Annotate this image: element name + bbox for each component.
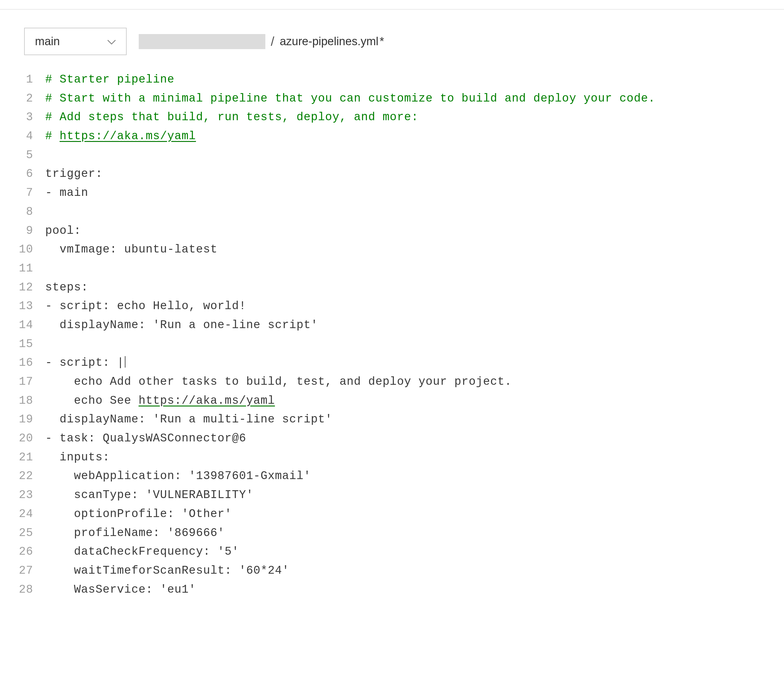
breadcrumb-repo-redacted (139, 34, 265, 49)
code-line[interactable]: 4# https://aka.ms/yaml (12, 127, 760, 146)
line-number: 21 (12, 448, 45, 467)
line-number: 3 (12, 108, 45, 127)
code-content[interactable]: optionProfile: 'Other' (45, 505, 232, 524)
code-line[interactable]: 18 echo See https://aka.ms/yaml (12, 391, 760, 411)
code-content[interactable]: # https://aka.ms/yaml (45, 127, 196, 146)
code-content[interactable]: # Add steps that build, run tests, deplo… (45, 108, 418, 127)
code-content[interactable]: scanType: 'VULNERABILITY' (45, 486, 253, 505)
code-line[interactable]: 26 dataCheckFrequency: '5' (12, 542, 760, 561)
code-content[interactable]: # Start with a minimal pipeline that you… (45, 89, 655, 108)
code-line[interactable]: 21 inputs: (12, 448, 760, 467)
code-line[interactable]: 25 profileName: '869666' (12, 524, 760, 543)
line-number: 24 (12, 505, 45, 524)
line-number: 11 (12, 259, 45, 278)
code-content[interactable]: trigger: (45, 164, 102, 184)
text-cursor (125, 356, 125, 368)
code-content[interactable]: inputs: (45, 448, 110, 467)
code-line[interactable]: 20- task: QualysWASConnector@6 (12, 429, 760, 448)
line-number: 4 (12, 127, 45, 146)
code-line[interactable]: 10 vmImage: ubuntu-latest (12, 240, 760, 259)
line-number: 15 (12, 335, 45, 354)
line-number: 26 (12, 542, 45, 561)
line-number: 9 (12, 222, 45, 240)
code-content[interactable]: echo See https://aka.ms/yaml (45, 391, 275, 411)
line-number: 16 (12, 353, 45, 373)
code-line[interactable]: 15 (12, 335, 760, 354)
line-number: 27 (12, 561, 45, 580)
code-line[interactable]: 9pool: (12, 222, 760, 240)
line-number: 8 (12, 202, 45, 222)
code-line[interactable]: 24 optionProfile: 'Other' (12, 505, 760, 524)
code-content[interactable]: # Starter pipeline (45, 70, 174, 89)
code-content[interactable]: - main (45, 184, 88, 202)
code-content[interactable]: profileName: '869666' (45, 524, 225, 543)
line-number: 2 (12, 89, 45, 108)
code-line[interactable]: 2# Start with a minimal pipeline that yo… (12, 89, 760, 108)
code-content[interactable]: displayName: 'Run a multi-line script' (45, 410, 332, 429)
code-line[interactable]: 28 WasService: 'eu1' (12, 580, 760, 599)
code-line[interactable]: 22 webApplication: '13987601-Gxmail' (12, 467, 760, 486)
line-number: 20 (12, 429, 45, 448)
line-number: 17 (12, 373, 45, 391)
code-content[interactable]: steps: (45, 278, 88, 297)
line-number: 28 (12, 580, 45, 599)
code-content[interactable]: displayName: 'Run a one-line script' (45, 316, 318, 335)
breadcrumb-separator: / (271, 34, 274, 49)
code-content[interactable]: webApplication: '13987601-Gxmail' (45, 467, 311, 486)
code-line[interactable]: 27 waitTimeforScanResult: '60*24' (12, 561, 760, 580)
code-line[interactable]: 11 (12, 259, 760, 278)
code-content[interactable]: echo Add other tasks to build, test, and… (45, 373, 512, 391)
code-line[interactable]: 6trigger: (12, 164, 760, 184)
dirty-indicator: * (380, 35, 384, 48)
code-line[interactable]: 12steps: (12, 278, 760, 297)
line-number: 14 (12, 316, 45, 335)
code-line[interactable]: 13- script: echo Hello, world! (12, 297, 760, 316)
url-link[interactable]: https://aka.ms/yaml (138, 394, 275, 407)
code-line[interactable]: 3# Add steps that build, run tests, depl… (12, 108, 760, 127)
code-line[interactable]: 8 (12, 202, 760, 222)
url-link[interactable]: https://aka.ms/yaml (60, 130, 196, 143)
code-content[interactable]: - script: | (45, 353, 125, 373)
toolbar: main / azure-pipelines.yml* (0, 9, 784, 64)
line-number: 10 (12, 240, 45, 259)
code-line[interactable]: 17 echo Add other tasks to build, test, … (12, 373, 760, 391)
code-line[interactable]: 5 (12, 146, 760, 165)
code-content[interactable]: pool: (45, 222, 81, 240)
line-number: 13 (12, 297, 45, 316)
code-line[interactable]: 14 displayName: 'Run a one-line script' (12, 316, 760, 335)
line-number: 1 (12, 70, 45, 89)
code-content[interactable]: vmImage: ubuntu-latest (45, 240, 217, 259)
code-content[interactable]: - task: QualysWASConnector@6 (45, 429, 246, 448)
line-number: 22 (12, 467, 45, 486)
code-content[interactable]: WasService: 'eu1' (45, 580, 196, 599)
code-line[interactable]: 7- main (12, 184, 760, 202)
branch-name: main (35, 35, 60, 48)
line-number: 12 (12, 278, 45, 297)
line-number: 19 (12, 410, 45, 429)
code-content[interactable]: waitTimeforScanResult: '60*24' (45, 561, 289, 580)
line-number: 6 (12, 164, 45, 184)
code-line[interactable]: 1# Starter pipeline (12, 70, 760, 89)
chevron-down-icon (107, 35, 116, 48)
code-content[interactable]: - script: echo Hello, world! (45, 297, 246, 316)
line-number: 7 (12, 184, 45, 202)
branch-selector[interactable]: main (24, 28, 127, 55)
code-line[interactable]: 23 scanType: 'VULNERABILITY' (12, 486, 760, 505)
code-editor[interactable]: 1# Starter pipeline2# Start with a minim… (0, 64, 784, 611)
code-line[interactable]: 16- script: | (12, 353, 760, 373)
line-number: 23 (12, 486, 45, 505)
code-line[interactable]: 19 displayName: 'Run a multi-line script… (12, 410, 760, 429)
line-number: 18 (12, 391, 45, 411)
line-number: 25 (12, 524, 45, 543)
line-number: 5 (12, 146, 45, 165)
code-content[interactable]: dataCheckFrequency: '5' (45, 542, 239, 561)
breadcrumb-file[interactable]: azure-pipelines.yml* (280, 35, 384, 48)
breadcrumb: / azure-pipelines.yml* (139, 34, 384, 49)
